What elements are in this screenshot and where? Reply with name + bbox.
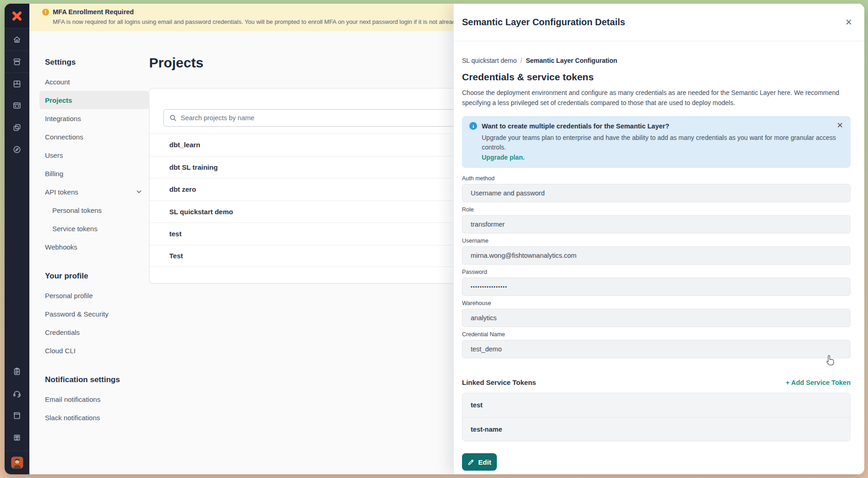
explore-compass-icon[interactable] [5, 139, 29, 161]
search-icon [169, 114, 177, 122]
credentials-section-title: Credentials & service tokens [462, 72, 851, 83]
nav-item-label: Password & Security [45, 310, 108, 318]
form-field: Roletransformer [462, 206, 851, 233]
home-icon[interactable] [5, 28, 29, 50]
building-icon[interactable] [5, 427, 29, 449]
nav-section-heading: Settings [39, 57, 155, 68]
field-label: Username [462, 238, 851, 244]
project-row[interactable]: dbt_learn [150, 133, 489, 156]
field-label: Auth method [462, 175, 851, 182]
nav-item-label: Email notifications [45, 395, 100, 403]
banner-title: MFA Enrollment Required [53, 8, 134, 16]
nav-item-label: Users [45, 151, 63, 159]
nav-item-label: Webhooks [45, 243, 78, 251]
upgrade-info-box: i Want to create multiple credentials fo… [462, 116, 851, 168]
panel-title: Semantic Layer Configuration Details [462, 17, 625, 28]
form-field: Usernamemirna.wong@fishtownanalytics.com [462, 238, 851, 265]
warning-icon: ! [42, 9, 49, 16]
upgrade-plan-link[interactable]: Upgrade plan. [482, 154, 524, 161]
app-main-region: ! MFA Enrollment Required MFA is now req… [29, 4, 864, 474]
info-icon: i [469, 122, 477, 130]
nav-item-label: Connections [45, 133, 83, 141]
apps-grid-icon[interactable] [5, 72, 29, 94]
nav-item-label: Personal tokens [52, 206, 102, 214]
field-label: Credential Name [462, 331, 851, 338]
project-name: SL quickstart demo [169, 208, 233, 216]
sidebar-item-cloud-cli[interactable]: Cloud CLI [39, 341, 149, 360]
nav-item-label: API tokens [45, 188, 78, 196]
sidebar-item-projects[interactable]: Projects [39, 91, 149, 109]
linked-tokens-list: testtest-name [462, 393, 851, 441]
nav-item-label: Projects [45, 96, 72, 104]
page-title: Projects [149, 55, 203, 71]
project-name: dbt_learn [169, 141, 200, 149]
form-field: Credential Nametest_demo [462, 331, 851, 358]
clipboard-icon[interactable] [5, 361, 29, 383]
service-token-name: test [471, 401, 483, 409]
sidebar-bottom-icons [5, 361, 29, 449]
project-name: test [169, 230, 182, 238]
breadcrumb: SL quickstart demo / Semantic Layer Conf… [462, 57, 851, 64]
project-search [163, 109, 461, 127]
panel-header: Semantic Layer Configuration Details ✕ [454, 4, 864, 41]
sidebar-item-email-notifications[interactable]: Email notifications [39, 390, 149, 408]
sidebar-item-personal-tokens[interactable]: Personal tokens [39, 201, 149, 219]
sidebar-item-credentials[interactable]: Credentials [39, 323, 149, 341]
dbt-logo-icon [11, 11, 22, 22]
project-row[interactable]: SL quickstart demo [150, 200, 489, 223]
nav-item-label: Service tokens [52, 225, 97, 233]
sidebar-item-billing[interactable]: Billing [39, 164, 149, 183]
form-field: Auth methodUsername and password [462, 175, 851, 202]
global-sidebar [5, 4, 29, 474]
credentials-section-description: Choose the deployment environment and co… [462, 88, 851, 108]
breadcrumb-parent[interactable]: SL quickstart demo [462, 57, 517, 64]
project-row[interactable]: test [150, 222, 489, 245]
nav-item-label: Account [45, 78, 70, 86]
deploy-icon[interactable] [5, 50, 29, 72]
sidebar-item-slack-notifications[interactable]: Slack notifications [39, 408, 149, 427]
edit-button[interactable]: Edit [462, 453, 497, 471]
search-input[interactable] [181, 114, 455, 122]
user-avatar[interactable] [5, 450, 29, 474]
field-label: Role [462, 206, 851, 213]
credential-fields: Auth methodUsername and passwordRoletran… [462, 175, 851, 358]
user-avatar-icon [11, 456, 23, 469]
project-row[interactable]: Test [150, 245, 489, 267]
service-token-row[interactable]: test-name [462, 417, 850, 441]
semantic-layer-panel: Semantic Layer Configuration Details ✕ S… [453, 4, 864, 474]
form-field: Warehouseanalytics [462, 300, 851, 327]
projects-card: dbt_learndbt SL trainingdbt zeroSL quick… [149, 88, 490, 283]
develop-code-icon[interactable] [5, 94, 29, 117]
sidebar-item-connections[interactable]: Connections [39, 128, 149, 146]
sidebar-item-users[interactable]: Users [39, 146, 149, 164]
docs-book-icon[interactable] [5, 405, 29, 427]
sidebar-item-password-security[interactable]: Password & Security [39, 305, 149, 323]
settings-content: SettingsAccountProjectsIntegrationsConne… [29, 31, 453, 474]
headset-support-icon[interactable] [5, 383, 29, 405]
sidebar-item-api-tokens[interactable]: API tokens [39, 183, 149, 201]
project-name: dbt zero [169, 185, 196, 193]
dbt-logo[interactable] [5, 4, 29, 28]
nav-section-heading: Notification settings [39, 374, 155, 385]
close-icon[interactable]: ✕ [845, 18, 852, 27]
info-close-icon[interactable]: ✕ [837, 122, 843, 129]
project-name: Test [169, 252, 183, 260]
nav-item-label: Cloud CLI [45, 347, 76, 355]
duplicate-icon[interactable] [5, 117, 29, 139]
sidebar-item-service-tokens[interactable]: Service tokens [39, 219, 149, 238]
sidebar-item-account[interactable]: Account [39, 72, 149, 91]
add-service-token-button[interactable]: + Add Service Token [786, 379, 851, 386]
nav-item-label: Slack notifications [45, 414, 100, 422]
field-value-auth-method: Username and password [462, 184, 851, 202]
sidebar-item-webhooks[interactable]: Webhooks [39, 238, 149, 256]
field-value-credential-name: test_demo [462, 340, 851, 358]
chevron-down-icon[interactable] [136, 189, 142, 195]
settings-navigation: SettingsAccountProjectsIntegrationsConne… [39, 57, 155, 427]
project-row[interactable]: dbt zero [150, 178, 489, 200]
service-token-row[interactable]: test [462, 393, 850, 417]
sidebar-item-integrations[interactable]: Integrations [39, 109, 149, 128]
project-row[interactable]: dbt SL training [150, 156, 489, 178]
pencil-icon [467, 459, 474, 466]
sidebar-item-personal-profile[interactable]: Personal profile [39, 286, 149, 305]
nav-item-label: Integrations [45, 115, 81, 122]
